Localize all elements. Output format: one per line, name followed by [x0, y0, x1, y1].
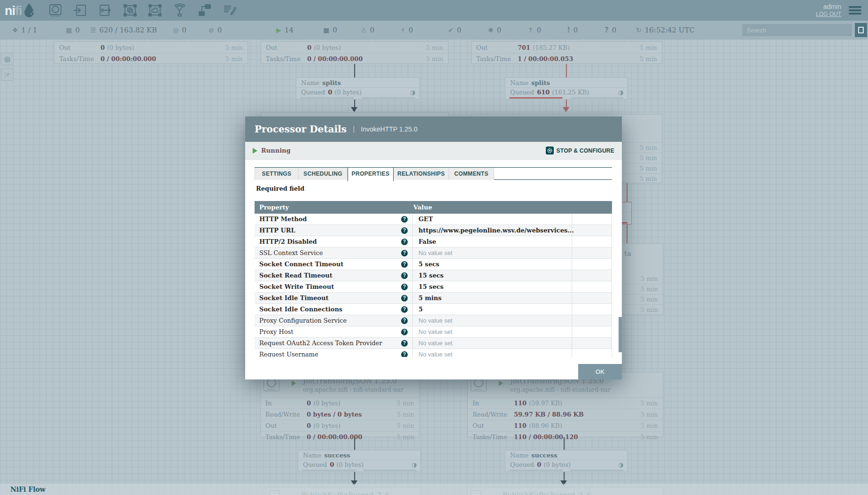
breadcrumb-bar — [0, 484, 868, 495]
help-icon[interactable]: ? — [401, 272, 408, 279]
template-icon[interactable] — [198, 3, 212, 17]
locally-modified-stale-status: !0 — [567, 21, 578, 39]
help-icon[interactable]: ? — [401, 329, 408, 335]
property-row: Request Username?No value set — [255, 349, 612, 357]
invalid-icon: ⚠ — [361, 26, 367, 34]
processor-stats-box[interactable]: Out701(185.27 KB)5 min Tasks/Time1 / 00:… — [471, 41, 662, 64]
stat-row: In0(0 bytes)5 min — [261, 397, 419, 409]
up-to-date-icon: ✔ — [448, 26, 454, 34]
processor-icon[interactable] — [48, 3, 62, 17]
stat-row: Out0(0 bytes)5 min — [261, 42, 448, 53]
help-icon[interactable]: ? — [401, 261, 408, 268]
stopped-status: ■0 — [323, 21, 337, 39]
active-threads-status: ▦0 — [66, 21, 80, 39]
breadcrumb[interactable]: NiFi Flow — [10, 486, 46, 493]
logo-text-ni: ni — [5, 4, 15, 18]
label-icon[interactable] — [223, 3, 237, 17]
operate-palette-button[interactable]: ☞ — [1, 68, 14, 81]
property-row: Socket Idle Timeout?5 mins — [255, 293, 612, 304]
help-icon[interactable]: ? — [401, 250, 408, 256]
connection-arrowhead — [351, 107, 357, 112]
property-row: SSL Context Service?No value set — [255, 248, 612, 259]
stale-status: ↑0 — [528, 21, 541, 39]
current-user: admin — [823, 3, 841, 10]
help-icon[interactable]: ? — [401, 351, 408, 357]
processor-bundle: org.apache.nifi - nifi-standard-nar — [510, 386, 611, 393]
last-refresh: ↻16:52:42 UTC — [636, 21, 695, 39]
processor-stats-box[interactable]: Out0(0 bytes)5 min Tasks/Time0 / 00:00:0… — [54, 41, 248, 64]
processor-stats-box[interactable]: Out0(0 bytes)5 min Tasks/Time0 / 00:00:0… — [261, 41, 449, 64]
processor-jolt-left[interactable]: JoltTransformJSON 1.25.0 org.apache.nifi… — [260, 372, 419, 437]
connection-label-success[interactable]: Namesuccess Queued0(0 bytes)◑ — [298, 450, 421, 472]
stat-row: Out0(0 bytes)5 min — [54, 42, 248, 53]
help-icon[interactable]: ? — [401, 216, 408, 223]
help-icon[interactable]: ? — [401, 239, 408, 245]
bulletin-board-button[interactable] — [855, 23, 867, 37]
search-input[interactable] — [742, 24, 852, 36]
nifi-app: nifi — [0, 0, 868, 495]
connection-line[interactable] — [566, 100, 567, 107]
property-row: HTTP/2 Disabled?False — [255, 236, 612, 248]
queued-status: ☰620 / 163.82 KB — [90, 21, 157, 39]
help-icon[interactable]: ? — [401, 295, 408, 302]
nifi-logo: nifi — [5, 3, 35, 18]
connection-line[interactable] — [627, 183, 628, 202]
connection-line[interactable] — [354, 100, 355, 107]
component-toolbar — [48, 3, 237, 17]
sync-failure-status: ?0 — [604, 21, 616, 39]
processor-jolt-right[interactable]: JoltTransformJSON 1.25.0 org.apache.nifi… — [467, 372, 663, 437]
column-value: Value — [408, 204, 432, 211]
table-scrollbar[interactable] — [619, 317, 622, 352]
stat-row: Read/Write59.97 KB / 88.96 KB5 min — [468, 409, 663, 420]
process-group-icon[interactable] — [123, 3, 137, 17]
help-icon[interactable]: ? — [401, 340, 408, 347]
dialog-title: Processor Details — [255, 124, 347, 135]
connection-label-splits[interactable]: Namesplits Queued0(0 bytes)◑ — [296, 77, 419, 100]
help-icon[interactable]: ? — [401, 227, 408, 234]
help-icon[interactable]: ? — [401, 284, 408, 290]
funnel-icon[interactable] — [173, 3, 187, 17]
ok-button[interactable]: OK — [578, 364, 622, 379]
navigate-palette-button[interactable]: ◎ — [1, 53, 14, 65]
tab-scheduling[interactable]: SCHEDULING — [299, 168, 348, 180]
not-transmitting-status: ⊘0 — [209, 21, 222, 39]
load-balance-icon: ◑ — [618, 88, 623, 97]
gear-icon — [546, 147, 554, 155]
remote-process-group-icon[interactable] — [148, 3, 162, 17]
help-icon[interactable]: ? — [401, 317, 408, 324]
processor-details-dialog: Processor Details | InvokeHTTP 1.25.0 Ru… — [245, 116, 622, 379]
property-row: Socket Connect Timeout?5 secs — [255, 259, 612, 270]
tab-comments[interactable]: COMMENTS — [449, 168, 494, 180]
help-icon[interactable]: ? — [401, 306, 408, 313]
column-property: Property — [255, 204, 408, 211]
locally-modified-icon: ✱ — [488, 26, 494, 34]
global-menu-icon[interactable] — [849, 6, 861, 15]
title-separator: | — [353, 124, 355, 134]
disabled-icon: ⚡ — [401, 26, 405, 34]
stop-and-configure-button[interactable]: STOP & CONFIGURE — [546, 147, 614, 155]
processor-type-fragment: ta — [624, 249, 631, 258]
connection-line[interactable] — [354, 472, 355, 480]
tab-settings[interactable]: SETTINGS — [255, 168, 299, 180]
locate-icon: ◎ — [4, 55, 10, 63]
connection-line[interactable] — [354, 64, 355, 77]
connection-line[interactable] — [354, 437, 355, 450]
connection-line[interactable] — [564, 472, 565, 480]
tab-relationships[interactable]: RELATIONSHIPS — [394, 168, 449, 180]
connection-label-splits[interactable]: Namesplits Queued610(161.25 KB)◑ — [505, 77, 628, 100]
load-balance-icon: ◑ — [618, 460, 623, 470]
logout-link[interactable]: LOG OUT — [816, 10, 841, 18]
connection-line[interactable] — [564, 437, 565, 450]
tab-properties[interactable]: PROPERTIES — [348, 168, 394, 181]
nifi-drop-icon — [23, 3, 35, 18]
connection-label-success[interactable]: Namesuccess Queued0(0 bytes)◑ — [505, 450, 628, 472]
sync-failure-icon: ? — [604, 26, 609, 34]
input-port-icon[interactable] — [73, 3, 87, 17]
connection-line[interactable] — [627, 224, 628, 243]
output-port-icon[interactable] — [98, 3, 112, 17]
connection-arrowhead — [563, 107, 569, 112]
stat-row: In110(59.97 KB)5 min — [468, 397, 663, 409]
logo-text-fi: fi — [15, 4, 22, 18]
connection-line[interactable] — [566, 64, 567, 77]
refresh-icon[interactable]: ↻ — [636, 26, 642, 34]
